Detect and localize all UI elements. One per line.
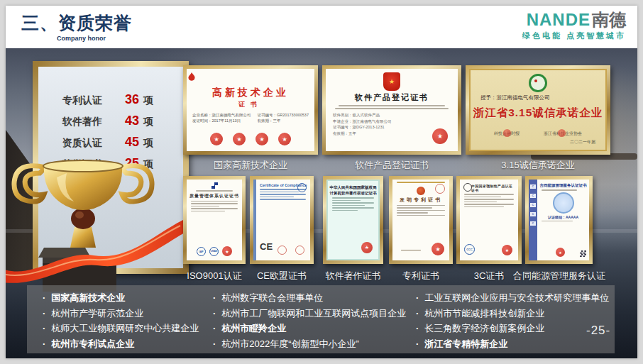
cert-title: 高新技术企业 — [187, 87, 314, 99]
cert-body-line — [335, 108, 449, 109]
logo-latin-text: NANDE — [527, 10, 590, 29]
logo-tagline: 绿色电能 点亮智慧城市 — [522, 31, 626, 41]
honor-item: 杭州市产学研示范企业 — [43, 306, 199, 321]
stat-row: 资质认证 45 项 — [62, 135, 183, 150]
iaf-mark-icon: IAF — [197, 247, 206, 256]
honor-item: 杭师大工业物联网研究中心共建企业 — [43, 321, 199, 336]
cert-body-line — [542, 189, 577, 191]
cert-body-line — [260, 199, 306, 200]
cert-body-line — [464, 202, 497, 203]
cert-grade: 认证级别：AAAAA — [537, 215, 589, 219]
stat-unit: 项 — [143, 158, 153, 171]
stat-value: 45 — [116, 135, 139, 150]
stat-label: 荣誉证书 — [62, 158, 116, 171]
cert-body-line — [332, 210, 358, 211]
tuv-mark-icon — [297, 183, 307, 192]
cert-field: 企业名称：浙江南德电气有限公司 — [192, 112, 251, 118]
stat-unit: 项 — [143, 137, 153, 150]
stat-unit: 项 — [143, 94, 153, 107]
cert-body-line — [397, 207, 432, 209]
cert-body-line — [191, 208, 238, 209]
cert-title-line: 计算机软件著作权登记证书 — [328, 190, 378, 196]
page-number: -25- — [586, 324, 610, 338]
national-emblem-icon: ★ — [383, 72, 400, 91]
seal-outline-icon — [435, 184, 445, 194]
cert-title: 浙江省3.15诚信承诺企业 — [471, 106, 605, 121]
honor-item: 杭州市瞪羚企业 — [213, 321, 406, 336]
cert-title: 合同能源管理服务认证证书 — [537, 180, 589, 188]
cert-body-line — [191, 201, 238, 202]
stat-label: 资质认证 — [62, 137, 116, 150]
cert-title: 软件产品登记证书 — [326, 92, 458, 103]
red-seal-icon: ★ — [502, 245, 512, 255]
cert-emblem-icon — [553, 192, 574, 214]
company-logo: NANDE南德 绿色电能 点亮智慧城市 — [522, 11, 626, 41]
honors-column-3: 工业互联网企业应用与安全技术研究理事单位 杭州市节能减排科技创新企业 长三角数字… — [416, 290, 609, 351]
certificate-software-product: ★ 软件产品登记证书 软件类别：嵌入式软件产品 申请企业：浙江南德电气有限公司 … — [322, 65, 461, 155]
stat-row: 软件著作 43 项 — [62, 114, 183, 128]
caption-software-product: 软件产品登记证书 — [322, 159, 461, 172]
honor-item: 杭州数字联合会理事单位 — [213, 290, 406, 306]
honor-item: 杭州市专利试点企业 — [43, 336, 199, 352]
stat-label: 专利认证 — [62, 94, 116, 107]
cert-body-line — [260, 194, 306, 195]
slide-header: 三、资质荣誉 Company honor NANDE南德 绿色电能 点亮智慧城市 — [6, 6, 637, 48]
background-photo: 专利认证 36 项 软件著作 43 项 资质认证 45 项 荣誉证书 25 — [6, 48, 637, 358]
cert-body-line — [332, 200, 361, 202]
ccc-mark-icon — [463, 183, 472, 192]
stats-panel: 专利认证 36 项 软件著作 43 项 资质认证 45 项 荣誉证书 25 — [33, 61, 189, 274]
honors-column-1: 国家高新技术企业 杭州市产学研示范企业 杭师大工业物联网研究中心共建企业 杭州市… — [43, 290, 199, 351]
certificate-hi-tech: 高新技术企业 证书 企业名称：浙江南德电气有限公司 发证时间：2017年11月1… — [183, 65, 318, 155]
seal-outline-icon — [295, 246, 304, 255]
red-seal-icon — [558, 129, 566, 137]
cert-body-line — [542, 221, 573, 222]
certificate-software-copyright: 中华人民共和国国家版权局 计算机软件著作权登记证书 ★ — [323, 176, 383, 264]
page-title: 三、资质荣誉 — [21, 11, 132, 35]
page-subtitle: Company honor — [57, 35, 106, 42]
cert-body-line — [397, 210, 445, 211]
stat-unit: 项 — [143, 116, 153, 128]
honor-item: 杭州市2022年度“创新型中小企业” — [213, 336, 406, 352]
cert-body-line — [464, 204, 514, 205]
cert-body-line — [397, 205, 445, 206]
red-seal-icon: ★ — [432, 128, 448, 144]
honor-item: 长三角数字经济创新案例企业 — [416, 321, 609, 336]
red-seal-icon: ★ — [233, 133, 246, 145]
cert-field: 申请企业：浙江南德电气有限公司 — [333, 118, 451, 125]
side-band: C C C C C — [529, 180, 537, 260]
cert-body-line — [191, 206, 219, 207]
red-seal-icon: ★ — [556, 248, 565, 257]
certificate-patent: 发明专利证书 ★ — [389, 176, 453, 264]
certificate-ce: Certificate of Compliance CE — [250, 176, 314, 264]
registrar-logo-icon — [211, 182, 218, 189]
cert-body-line — [464, 197, 501, 198]
stat-value: 25 — [116, 156, 139, 171]
honor-item: 杭州市工厂物联网和工业互联网试点项目企业 — [213, 306, 406, 321]
cert-title-line: 中华人民共和国国家版权局 — [328, 184, 378, 190]
certificate-3c: 中国国家强制性产品认证证书 CCC ★ — [456, 176, 522, 264]
red-seal-icon — [503, 129, 511, 137]
cert-field: 发证时间：2017年11月13日 — [192, 118, 251, 123]
cert-body-line — [332, 202, 374, 204]
flame-icon — [187, 72, 197, 83]
logo-cn-text: 南德 — [592, 10, 626, 29]
cert-body-line — [332, 205, 365, 206]
honors-column-2: 杭州数字联合会理事单位 杭州市工厂物联网和工业互联网试点项目企业 杭州市瞪羚企业… — [213, 290, 406, 351]
ce-mark: CE — [260, 241, 273, 252]
cert-subtitle: 证书 — [187, 100, 314, 109]
cert-body-line — [332, 207, 374, 209]
cert-body-line — [260, 197, 294, 198]
border-ornament — [397, 182, 445, 183]
cert-body-line — [464, 199, 514, 200]
stat-row: 专利认证 36 项 — [62, 92, 183, 107]
cert-body-line — [397, 212, 428, 214]
caption-315: 3.15诚信承诺企业 — [466, 159, 610, 172]
cert-title: 发明专利证书 — [392, 197, 449, 204]
honor-item: 杭州市节能减排科技创新企业 — [416, 306, 609, 321]
caption-energy-management: 合同能源管理服务认证 — [502, 270, 616, 282]
certificate-energy-management: C C C C C 合同能源管理服务认证证书 认证级别：AAAAA ★ — [525, 176, 593, 264]
cert-field: 有效期：三年 — [258, 118, 309, 123]
qr-code-icon — [580, 250, 586, 257]
caption-patent: 专利证书 — [378, 270, 463, 282]
cert-body-line — [332, 197, 374, 199]
